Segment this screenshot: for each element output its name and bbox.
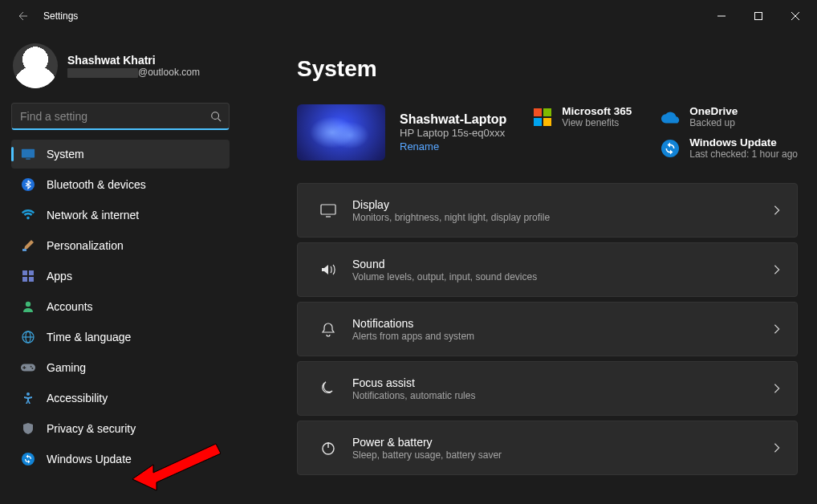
- settings-cards: Display Monitors, brightness, night ligh…: [297, 183, 798, 475]
- widget-sub: Last checked: 1 hour ago: [689, 148, 798, 160]
- chevron-right-icon: [771, 323, 782, 335]
- sidebar-item-apps[interactable]: Apps: [11, 262, 230, 291]
- sidebar-item-label: Bluetooth & devices: [47, 178, 146, 191]
- content: System Shashwat-Laptop HP Laptop 15s-eq0…: [241, 32, 817, 504]
- bell-icon: [312, 321, 344, 337]
- sidebar-item-label: Gaming: [47, 361, 86, 374]
- card-title: Focus assist: [352, 376, 475, 389]
- widget-onedrive[interactable]: OneDrive Backed up: [661, 105, 798, 128]
- device-model: HP Laptop 15s-eq0xxx: [400, 127, 506, 139]
- card-focus-assist[interactable]: Focus assist Notifications, automatic ru…: [297, 361, 798, 416]
- minimize-button[interactable]: [703, 0, 740, 32]
- widget-sub: View benefits: [562, 117, 632, 128]
- svg-rect-7: [26, 158, 30, 159]
- maximize-button[interactable]: [740, 0, 777, 32]
- svg-point-23: [26, 392, 30, 396]
- device-name: Shashwat-Laptop: [400, 112, 506, 127]
- svg-point-24: [22, 453, 35, 465]
- back-button[interactable]: [3, 10, 40, 22]
- wifi-icon: [21, 208, 35, 222]
- display-icon: [21, 147, 35, 161]
- sidebar-nav: System Bluetooth & devices Network & int…: [11, 140, 230, 474]
- onedrive-icon: [661, 108, 680, 127]
- card-power-battery[interactable]: Power & battery Sleep, battery usage, ba…: [297, 421, 798, 475]
- sidebar-item-label: Time & language: [47, 331, 131, 343]
- card-notifications[interactable]: Notifications Alerts from apps and syste…: [297, 302, 798, 356]
- sidebar-item-personalization[interactable]: Personalization: [11, 231, 230, 260]
- sidebar-item-accounts[interactable]: Accounts: [11, 292, 230, 321]
- device-info-row: Shashwat-Laptop HP Laptop 15s-eq0xxx Ren…: [297, 104, 798, 161]
- chevron-right-icon: [771, 442, 782, 453]
- close-button[interactable]: [777, 0, 814, 32]
- sidebar-item-privacy[interactable]: Privacy & security: [11, 414, 230, 443]
- svg-rect-6: [22, 149, 35, 158]
- accessibility-icon: [21, 392, 35, 404]
- sidebar-item-network[interactable]: Network & internet: [11, 201, 230, 230]
- person-icon: [21, 300, 35, 313]
- card-sub: Volume levels, output, input, sound devi…: [352, 271, 537, 282]
- globe-icon: [21, 331, 35, 343]
- avatar: [13, 43, 58, 88]
- widget-title: OneDrive: [689, 105, 738, 117]
- window-controls: [703, 0, 814, 32]
- widget-ms365[interactable]: Microsoft 365 View benefits: [533, 105, 632, 128]
- sync-icon: [661, 139, 680, 158]
- svg-rect-11: [29, 270, 34, 275]
- sidebar-item-system[interactable]: System: [11, 140, 230, 169]
- gamepad-icon: [21, 360, 35, 375]
- apps-icon: [21, 270, 35, 282]
- svg-rect-9: [22, 249, 26, 251]
- power-icon: [312, 440, 344, 456]
- svg-line-5: [218, 119, 222, 122]
- svg-rect-26: [321, 205, 335, 214]
- svg-rect-10: [22, 270, 27, 275]
- card-display[interactable]: Display Monitors, brightness, night ligh…: [297, 183, 798, 238]
- svg-point-4: [212, 112, 219, 120]
- card-sub: Alerts from apps and system: [352, 331, 474, 342]
- rename-link[interactable]: Rename: [400, 140, 439, 152]
- svg-point-21: [30, 366, 32, 368]
- brush-icon: [21, 239, 35, 252]
- sidebar: Shashwat Khatri @outlook.com System Blue…: [0, 32, 241, 504]
- sidebar-item-windows-update[interactable]: Windows Update: [11, 445, 230, 474]
- sidebar-item-gaming[interactable]: Gaming: [11, 353, 230, 382]
- sidebar-item-label: Windows Update: [47, 453, 132, 465]
- search-icon: [210, 111, 222, 122]
- svg-point-14: [26, 302, 30, 307]
- svg-point-25: [661, 140, 679, 157]
- sidebar-item-label: Accounts: [47, 300, 93, 313]
- shield-icon: [21, 422, 35, 435]
- sidebar-item-label: System: [47, 148, 84, 161]
- card-sub: Sleep, battery usage, battery saver: [352, 449, 502, 461]
- svg-rect-13: [29, 277, 34, 282]
- chevron-right-icon: [771, 383, 782, 394]
- sound-icon: [312, 261, 344, 278]
- sidebar-item-label: Apps: [47, 270, 72, 282]
- svg-rect-20: [22, 368, 26, 368]
- profile-email: @outlook.com: [67, 67, 200, 78]
- svg-rect-12: [22, 277, 27, 282]
- profile-name: Shashwat Khatri: [67, 54, 200, 67]
- widget-title: Microsoft 365: [562, 105, 632, 117]
- bluetooth-icon: [21, 178, 35, 191]
- card-sub: Notifications, automatic rules: [352, 390, 475, 401]
- search-input-wrap: [11, 103, 230, 130]
- sidebar-item-bluetooth[interactable]: Bluetooth & devices: [11, 170, 230, 199]
- chevron-right-icon: [771, 264, 782, 275]
- sidebar-item-time[interactable]: Time & language: [11, 323, 230, 352]
- sidebar-item-accessibility[interactable]: Accessibility: [11, 384, 230, 413]
- widget-sub: Backed up: [689, 117, 738, 128]
- svg-rect-1: [755, 13, 762, 20]
- card-sound[interactable]: Sound Volume levels, output, input, soun…: [297, 242, 798, 297]
- card-title: Sound: [352, 258, 537, 270]
- sidebar-item-label: Accessibility: [47, 392, 108, 404]
- widget-windows-update[interactable]: Windows Update Last checked: 1 hour ago: [661, 136, 798, 160]
- device-thumbnail: [297, 104, 385, 161]
- sidebar-item-label: Network & internet: [47, 209, 139, 222]
- search-input[interactable]: [11, 103, 230, 130]
- window-title: Settings: [43, 10, 78, 22]
- account-profile[interactable]: Shashwat Khatri @outlook.com: [11, 40, 230, 103]
- titlebar: Settings: [0, 0, 817, 32]
- sidebar-item-label: Privacy & security: [47, 422, 136, 435]
- card-title: Power & battery: [352, 436, 502, 449]
